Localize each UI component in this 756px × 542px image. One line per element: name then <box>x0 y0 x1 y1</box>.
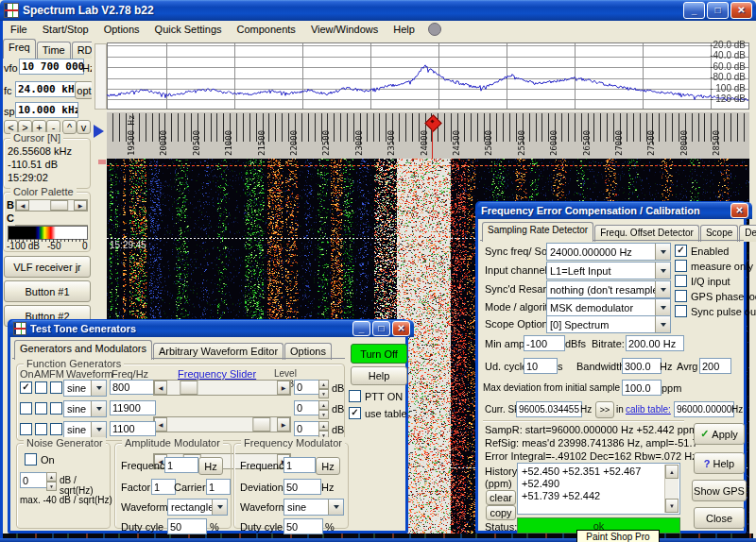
tab-freq[interactable]: Freq <box>3 39 36 59</box>
fm-hz-button[interactable]: Hz <box>316 457 340 475</box>
tab-sampling-rate-detector[interactable]: Sampling Rate Detector <box>482 222 593 242</box>
calib-table-input[interactable]: 96000.000000 <box>674 401 734 417</box>
gen-am-checkbox[interactable] <box>35 423 47 435</box>
dialog-checkbox[interactable] <box>675 260 687 272</box>
vlf-receiver-button[interactable]: VLF receiver jr <box>4 256 91 278</box>
noise-on-checkbox[interactable] <box>25 453 37 466</box>
show-gps-button[interactable]: Show GPS <box>692 480 747 501</box>
fm-frequency-input[interactable]: 1 <box>284 457 316 473</box>
test-tone-close[interactable]: ✕ <box>392 321 410 336</box>
form-row-select[interactable]: L1=Left Input <box>546 262 671 279</box>
maximize-button[interactable]: □ <box>707 2 729 19</box>
gen-waveform-select[interactable]: sine <box>63 380 107 397</box>
fm-duty-input[interactable]: 50 <box>284 518 323 534</box>
fc-input[interactable]: 24.000 kHz <box>15 81 78 97</box>
help-button[interactable]: ? Help <box>694 452 745 474</box>
am-hz-button[interactable]: Hz <box>198 457 223 475</box>
vfo-input[interactable]: 10 700 000 <box>19 59 84 75</box>
use-table-checkbox[interactable] <box>349 407 361 419</box>
test-tone-titlebar[interactable]: Test Tone Generators _ □ ✕ <box>9 320 414 337</box>
fm-deviation-input[interactable]: 50 <box>284 479 321 495</box>
min-ampl-unit: dBfs <box>565 338 586 349</box>
close-dialog-button[interactable]: Close <box>694 507 745 529</box>
min-ampl-input[interactable]: -100 <box>524 335 565 351</box>
turn-off-button[interactable]: Turn Off <box>351 344 407 364</box>
menu-help[interactable]: Help <box>386 22 422 37</box>
close-button[interactable]: ✕ <box>730 2 752 19</box>
history-scrollbar[interactable]: ▲▼ <box>664 465 679 513</box>
am-duty-input[interactable]: 50 <box>167 518 207 534</box>
sp-input[interactable]: 10.000 kHz <box>15 102 78 118</box>
dialog-checkbox[interactable] <box>675 305 687 317</box>
dialog-checkbox[interactable] <box>675 245 687 257</box>
gen-am-checkbox[interactable] <box>35 381 47 394</box>
menu-file[interactable]: File <box>3 22 35 37</box>
brightness-slider[interactable]: ◀▶ <box>15 199 88 212</box>
test-tone-minimize[interactable]: _ <box>352 321 370 336</box>
tab-generators-modulators[interactable]: Generators and Modulators <box>14 340 152 360</box>
ptt-on-checkbox[interactable] <box>349 390 361 402</box>
gen-am-checkbox[interactable] <box>35 402 47 415</box>
gen-fm-checkbox[interactable] <box>50 381 62 394</box>
bandwidth-input[interactable]: 300.0 <box>622 358 662 374</box>
gen-level-spinner[interactable]: ▲▼ <box>318 400 329 419</box>
avrg-input[interactable]: 200 <box>699 358 731 374</box>
gen-frequency-slider[interactable]: ◀▶ <box>153 416 291 432</box>
opt-button[interactable]: opt <box>75 81 94 99</box>
test-tone-help-button[interactable]: Help <box>351 366 407 385</box>
history-clear-button[interactable]: clear <box>486 490 516 505</box>
form-row-select[interactable]: MSK demodulator <box>546 298 671 316</box>
gen-freq-input[interactable]: 11900 <box>110 400 156 415</box>
freq-dialog-titlebar[interactable]: Frequency Error Compensation / Calibrati… <box>477 202 752 219</box>
form-row-select[interactable]: [0] Spectrum <box>546 315 671 333</box>
gen-on-checkbox[interactable] <box>20 423 32 435</box>
apply-button[interactable]: ✓ Apply <box>694 423 745 445</box>
am-factor-input[interactable]: 1 <box>151 479 176 495</box>
gen-waveform-select[interactable]: sine <box>63 421 107 438</box>
fm-waveform-select[interactable]: sine <box>284 499 344 516</box>
menu-start-stop[interactable]: Start/Stop <box>35 22 96 37</box>
am-carrier-input[interactable]: 1 <box>206 479 231 495</box>
bitrate-input[interactable]: 200.00 Hz <box>626 335 684 351</box>
history-box[interactable]: +52.450 +52.351 +52.467 +52.490 +51.739 … <box>517 463 680 515</box>
form-row-select[interactable]: nothing (don't resample) <box>546 280 671 298</box>
main-titlebar[interactable]: Spectrum Lab V2.78 b22 _ □ ✕ <box>0 0 756 21</box>
gen-on-checkbox[interactable] <box>20 381 32 394</box>
ud-cycle-input[interactable]: 10 <box>524 358 558 374</box>
menu-options[interactable]: Options <box>96 22 147 37</box>
tab-time[interactable]: Time <box>37 42 71 59</box>
gen-freq-input[interactable]: 800 <box>110 380 156 395</box>
menu-quick-settings[interactable]: Quick Settings <box>147 22 230 37</box>
minimize-button[interactable]: _ <box>683 2 705 19</box>
am-frequency-input[interactable]: 1 <box>164 457 198 473</box>
gen-frequency-slider[interactable]: ◀▶ <box>153 380 291 396</box>
test-tone-maximize[interactable]: □ <box>372 321 390 336</box>
dialog-checkbox[interactable] <box>675 290 687 302</box>
noise-level-spinner[interactable]: ▲▼ <box>46 472 57 491</box>
am-waveform-select[interactable]: rectangle <box>167 499 228 516</box>
freq-up-button[interactable]: ^ <box>62 120 77 134</box>
gen-waveform-select[interactable]: sine <box>63 400 107 417</box>
dialog-checkbox[interactable] <box>675 275 687 287</box>
history-copy-button[interactable]: copy <box>486 505 516 520</box>
frequency-slider-link[interactable]: Frequency Slider <box>178 368 256 380</box>
form-row-select[interactable]: 24000.000000 Hz <box>546 243 671 261</box>
calib-table-link[interactable]: calib table: <box>626 404 671 415</box>
menu-components[interactable]: Components <box>230 22 303 37</box>
freq-down-button[interactable]: v <box>77 120 91 134</box>
curr-sr-input[interactable]: 96005.034455 <box>516 401 582 417</box>
gen-level-spinner[interactable]: ▲▼ <box>318 380 329 398</box>
frequency-scale[interactable] <box>107 110 749 159</box>
gen-on-checkbox[interactable] <box>20 402 32 415</box>
max-dev-input[interactable]: 100.0 <box>622 380 662 396</box>
gen-fm-checkbox[interactable] <box>50 402 62 415</box>
spectrum-graph[interactable] <box>107 42 749 110</box>
scale-left-marker[interactable] <box>94 125 104 138</box>
menu-view-windows[interactable]: View/Windows <box>303 22 386 37</box>
gen-freq-input[interactable]: 1100 <box>110 421 156 436</box>
gen-fm-checkbox[interactable] <box>50 423 62 435</box>
button-1[interactable]: Button #1 <box>4 280 91 302</box>
sr-forward-button[interactable]: >> <box>595 401 614 418</box>
freq-dialog-close[interactable]: ✕ <box>730 203 748 218</box>
cursor-marker-line <box>432 129 433 159</box>
